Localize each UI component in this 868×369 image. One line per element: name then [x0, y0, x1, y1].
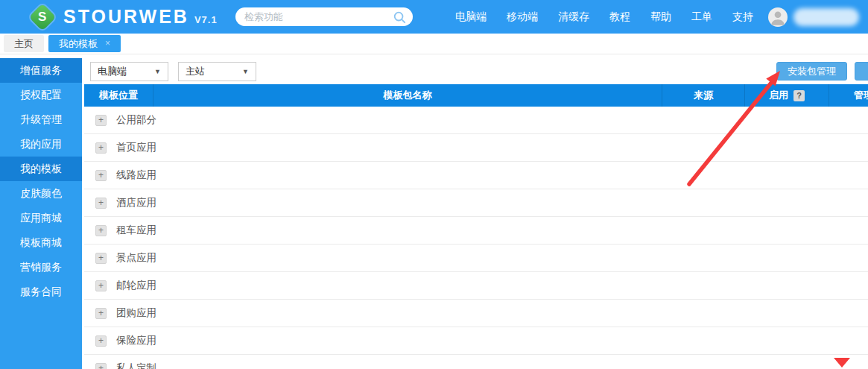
nav-item-ticket[interactable]: 工单	[691, 10, 712, 24]
header-source: 来源	[662, 84, 745, 107]
help-icon[interactable]: ?	[793, 90, 805, 101]
chevron-down-icon: ▼	[242, 68, 249, 75]
tab-my-templates[interactable]: 我的模板 ×	[48, 35, 121, 52]
chevron-down-icon: ▼	[154, 68, 161, 75]
search-input[interactable]	[244, 11, 393, 22]
site-select-value: 主站	[186, 65, 205, 78]
table-row[interactable]: + 私人定制	[84, 355, 868, 369]
sidebar-item-template-store[interactable]: 模板商城	[0, 230, 82, 255]
sidebar-item-my-templates[interactable]: 我的模板	[0, 157, 82, 181]
brand-name: STOURWEB	[63, 6, 189, 28]
row-label: 团购应用	[116, 306, 156, 320]
expand-plus-icon[interactable]: +	[95, 363, 107, 369]
table-row[interactable]: + 邮轮应用	[84, 272, 868, 300]
tab-home[interactable]: 主页	[4, 35, 44, 52]
logo-letter: S	[38, 10, 46, 25]
expand-plus-icon[interactable]: +	[95, 170, 107, 181]
row-label: 酒店应用	[116, 196, 156, 209]
close-icon[interactable]: ×	[105, 35, 110, 52]
expand-plus-icon[interactable]: +	[95, 142, 107, 154]
sidebar: 增值服务 授权配置 升级管理 我的应用 我的模板 皮肤颜色 应用商城 模板商城 …	[0, 58, 82, 369]
table-row[interactable]: + 酒店应用	[84, 189, 868, 217]
row-label: 保险应用	[116, 334, 156, 347]
content-layout: 增值服务 授权配置 升级管理 我的应用 我的模板 皮肤颜色 应用商城 模板商城 …	[0, 58, 868, 369]
header-template-position: 模板位置	[84, 84, 153, 107]
table-row[interactable]: + 景点应用	[84, 245, 868, 272]
sidebar-item-app-store[interactable]: 应用商城	[0, 206, 82, 230]
tab-home-label: 主页	[14, 38, 34, 49]
nav-item-clear-cache[interactable]: 清缓存	[558, 10, 589, 24]
sidebar-item-my-apps[interactable]: 我的应用	[0, 132, 82, 157]
table-row[interactable]: + 线路应用	[84, 162, 868, 189]
avatar[interactable]	[768, 7, 788, 27]
expand-plus-icon[interactable]: +	[95, 198, 107, 209]
expand-plus-icon[interactable]: +	[95, 225, 107, 236]
main-panel: 电脑端 ▼ 主站 ▼ 安装包管理 模板位置 模板包名称 来源 启用 ? 管理	[82, 58, 868, 369]
nav-item-pc[interactable]: 电脑端	[455, 10, 487, 24]
nav-item-tutorial[interactable]: 教程	[609, 10, 630, 24]
sidebar-item-auth-config[interactable]: 授权配置	[0, 83, 82, 107]
logo-diamond-icon: S	[29, 3, 57, 31]
version-label: V7.1	[194, 14, 218, 25]
device-select[interactable]: 电脑端 ▼	[90, 62, 168, 81]
row-label: 首页应用	[116, 141, 156, 154]
row-label: 公用部分	[116, 113, 156, 127]
expand-plus-icon[interactable]: +	[95, 280, 107, 291]
expand-plus-icon[interactable]: +	[95, 335, 107, 347]
header-enable: 启用 ?	[745, 84, 829, 107]
topbar-nav: 电脑端 移动端 清缓存 教程 帮助 工单 支持	[455, 10, 753, 24]
app-logo: S STOURWEB V7.1	[33, 6, 218, 28]
search-icon[interactable]	[393, 10, 406, 24]
row-label: 邮轮应用	[116, 279, 156, 292]
row-label: 租车应用	[116, 224, 156, 237]
red-triangle-marker	[834, 358, 850, 368]
row-label: 私人定制	[116, 362, 156, 369]
sidebar-item-marketing-services[interactable]: 营销服务	[0, 255, 82, 280]
table-row[interactable]: + 保险应用	[84, 327, 868, 355]
row-label: 景点应用	[116, 251, 156, 265]
header-manage: 管理	[829, 84, 868, 107]
table-row[interactable]: + 公用部分	[84, 107, 868, 134]
expand-plus-icon[interactable]: +	[95, 308, 107, 319]
expand-plus-icon[interactable]: +	[95, 115, 107, 126]
tabbar: 主页 我的模板 ×	[0, 34, 868, 54]
sidebar-item-service-contract[interactable]: 服务合同	[0, 280, 82, 304]
sidebar-item-upgrade-management[interactable]: 升级管理	[0, 107, 82, 132]
sidebar-item-skin-colors[interactable]: 皮肤颜色	[0, 181, 82, 206]
table-header: 模板位置 模板包名称 来源 启用 ? 管理	[84, 84, 868, 107]
table-row[interactable]: + 租车应用	[84, 217, 868, 245]
person-icon	[768, 7, 788, 27]
clipped-secondary-button[interactable]	[855, 62, 868, 81]
table-row[interactable]: + 首页应用	[84, 134, 868, 162]
site-select[interactable]: 主站 ▼	[178, 62, 256, 81]
device-select-value: 电脑端	[98, 65, 127, 78]
toolbar-buttons: 安装包管理	[776, 62, 868, 81]
table-body: + 公用部分 + 首页应用 + 线路应用 + 酒店应用 + 租车应用 + 景点应…	[84, 107, 868, 369]
nav-item-mobile[interactable]: 移动端	[507, 10, 538, 24]
nav-item-support[interactable]: 支持	[732, 10, 753, 24]
row-label: 线路应用	[116, 168, 156, 182]
nav-item-help[interactable]: 帮助	[650, 10, 671, 24]
install-package-manage-button[interactable]: 安装包管理	[776, 62, 847, 81]
search-box[interactable]	[235, 7, 413, 26]
table-row[interactable]: + 团购应用	[84, 300, 868, 327]
toolbar: 电脑端 ▼ 主站 ▼ 安装包管理	[84, 58, 868, 84]
sidebar-item-value-added-services[interactable]: 增值服务	[0, 58, 82, 83]
username-redacted	[793, 8, 859, 26]
topbar: S STOURWEB V7.1 电脑端 移动端 清缓存 教程 帮助 工单 支持	[0, 0, 868, 34]
expand-plus-icon[interactable]: +	[95, 253, 107, 264]
header-enable-label: 启用	[769, 89, 788, 102]
tab-my-templates-label: 我的模板	[59, 35, 98, 52]
header-template-package-name: 模板包名称	[153, 84, 662, 107]
